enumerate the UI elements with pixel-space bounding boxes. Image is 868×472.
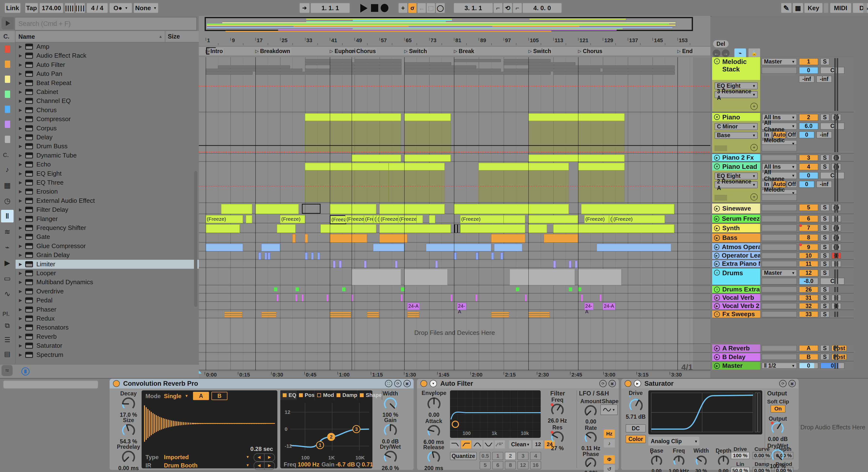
clip[interactable] bbox=[339, 261, 342, 268]
meter-peak[interactable]: -inf bbox=[816, 131, 832, 138]
sounds-icon[interactable]: ♪ bbox=[1, 163, 13, 176]
key-map-button[interactable]: Key bbox=[804, 3, 823, 13]
track-number[interactable]: 1 bbox=[799, 58, 818, 65]
clip[interactable] bbox=[454, 252, 457, 260]
track-name-block[interactable]: ≡Fx Sweeps bbox=[712, 311, 760, 318]
conv-predelay-knob[interactable] bbox=[121, 450, 136, 465]
record-button[interactable] bbox=[381, 4, 389, 12]
track-number[interactable]: 33 bbox=[799, 311, 818, 317]
expand-twisty-icon[interactable]: ▶ bbox=[19, 343, 25, 348]
play-icon[interactable]: ▶ bbox=[714, 261, 720, 267]
browser-item[interactable]: ▶Multiband Dynamics bbox=[16, 278, 199, 286]
hot-swap-icon[interactable]: ⛶ bbox=[385, 380, 392, 387]
track-name-block[interactable]: ≡Drums Extra bbox=[712, 286, 760, 293]
track-row-synth[interactable]: ▶Synth7S bbox=[712, 224, 854, 233]
arrangement-overview[interactable] bbox=[205, 17, 693, 31]
clip[interactable] bbox=[268, 252, 270, 260]
track-number[interactable]: 11 bbox=[799, 261, 818, 267]
expand-twisty-icon[interactable]: ▶ bbox=[19, 252, 25, 258]
expand-twisty-icon[interactable]: ▶ bbox=[19, 53, 25, 58]
track-row-drums[interactable]: ≡DrumsMaster12S-8.0C bbox=[712, 268, 854, 285]
browser-item[interactable]: ▶Limiter bbox=[16, 260, 199, 269]
track-name-block[interactable]: ▶Sinewave bbox=[712, 204, 760, 213]
group-overview-clip[interactable] bbox=[404, 72, 551, 75]
color-button[interactable]: Color bbox=[625, 435, 646, 443]
browser-item[interactable]: ▶Corpus bbox=[16, 124, 199, 133]
clip[interactable] bbox=[379, 204, 445, 214]
grid-curve-value[interactable]: 0.00 % bbox=[752, 452, 772, 459]
solo-button[interactable]: S bbox=[820, 311, 830, 317]
track-row-piano2fx[interactable]: ▶Piano 2 Fx3S bbox=[712, 154, 854, 162]
morph-icon[interactable] bbox=[495, 440, 505, 448]
expand-twisty-icon[interactable]: ▶ bbox=[19, 116, 25, 122]
midi-map-button[interactable]: MIDI bbox=[830, 3, 851, 13]
clip-slot[interactable] bbox=[762, 286, 797, 293]
save-icon[interactable]: ▣ bbox=[609, 380, 616, 387]
add-device-button[interactable]: + bbox=[750, 103, 758, 110]
track-row-drumsextra[interactable]: ≡Drums Extra26S bbox=[712, 286, 854, 294]
expand-twisty-icon[interactable]: ▶ bbox=[19, 207, 25, 212]
frozen-clip[interactable]: (Freeze) bbox=[345, 215, 364, 223]
track-number[interactable]: 32 bbox=[799, 303, 818, 309]
input-channel[interactable]: All Channe bbox=[762, 123, 797, 130]
expand-twisty-icon[interactable]: ▶ bbox=[19, 234, 25, 239]
ir-prev-next[interactable]: ◀▶ bbox=[254, 462, 275, 470]
track-number[interactable]: 10 bbox=[799, 252, 818, 259]
track-lane-areverb[interactable] bbox=[199, 344, 710, 353]
saturator-fold-button[interactable]: ▶ bbox=[634, 380, 641, 387]
track-name-block[interactable]: ▶Synth bbox=[712, 224, 760, 232]
play-icon[interactable]: ▶ bbox=[714, 225, 720, 231]
expand-twisty-icon[interactable]: ▶ bbox=[19, 135, 25, 140]
clip-slot[interactable] bbox=[762, 224, 797, 231]
solo-button[interactable]: S bbox=[820, 215, 830, 222]
arrangement-position-field[interactable]: 1. 1. 1 bbox=[311, 3, 350, 13]
bandpass-icon[interactable] bbox=[472, 440, 483, 448]
clip-overview-button[interactable]: ⬚ bbox=[427, 3, 435, 13]
locator[interactable]: ▷Intro bbox=[206, 47, 224, 55]
browser-collapse-icon[interactable] bbox=[1, 17, 14, 30]
clip-slot[interactable] bbox=[762, 204, 797, 211]
track-row-extrapiano[interactable]: ▶Extra Piano N11S bbox=[712, 260, 854, 268]
locator-strip[interactable]: ▸◂▷Intro▷Breakdown▷Euphori▷Chorus▷Switch… bbox=[199, 46, 710, 56]
clip[interactable] bbox=[221, 204, 252, 214]
punch-button[interactable]: ◯ bbox=[436, 3, 445, 13]
solo-button[interactable]: S bbox=[820, 286, 830, 293]
quantize-value-button[interactable]: 12 bbox=[518, 461, 529, 469]
browser-item[interactable]: ▶Looper bbox=[16, 269, 199, 278]
track-number[interactable]: 31 bbox=[799, 295, 818, 301]
clip-midi-body[interactable] bbox=[528, 121, 625, 153]
frozen-clip[interactable] bbox=[416, 215, 423, 223]
locator[interactable]: ▷Chorus bbox=[578, 47, 603, 55]
group-icon[interactable]: ≡ bbox=[714, 270, 720, 275]
clip[interactable] bbox=[206, 244, 243, 251]
solo-button[interactable]: S bbox=[820, 155, 830, 161]
clip[interactable] bbox=[265, 252, 267, 260]
tab-mod[interactable]: Mod bbox=[315, 390, 334, 400]
group-overview-clip[interactable] bbox=[454, 59, 501, 62]
group-overview-clip[interactable] bbox=[206, 72, 253, 75]
clip[interactable] bbox=[379, 224, 451, 233]
pan-field[interactable]: C bbox=[820, 67, 844, 74]
drum-clip[interactable] bbox=[351, 269, 401, 285]
solo-button[interactable]: S bbox=[820, 345, 830, 351]
quantize-value-button[interactable]: 6 bbox=[492, 461, 503, 469]
browser-item[interactable]: ▶Erosion bbox=[16, 187, 199, 196]
grid-lin-value[interactable]: 50.0 % bbox=[731, 467, 750, 472]
group-icon[interactable]: ≡ bbox=[714, 286, 720, 293]
browser-item[interactable]: ▶Spectrum bbox=[16, 350, 199, 359]
overdub-button[interactable]: + bbox=[399, 3, 407, 13]
group-icon[interactable]: ≡ bbox=[714, 58, 720, 64]
info-icon[interactable] bbox=[21, 367, 30, 376]
solo-button[interactable]: S bbox=[820, 244, 830, 250]
group-overview-clip[interactable] bbox=[553, 72, 675, 75]
clip-slot[interactable] bbox=[762, 244, 797, 250]
locator[interactable]: ▷Breakdown bbox=[255, 47, 291, 55]
amount-knob[interactable] bbox=[584, 404, 597, 418]
group-overview-clip[interactable] bbox=[404, 62, 451, 65]
frozen-clip[interactable]: (Freeze) bbox=[398, 215, 417, 223]
locator[interactable]: ▷Switch bbox=[404, 47, 428, 55]
time-signature-field[interactable]: 4 / 4 bbox=[87, 3, 107, 13]
clip[interactable] bbox=[478, 163, 568, 171]
collection-swatch[interactable] bbox=[5, 91, 10, 98]
browser-item[interactable]: ▶Drum Buss bbox=[16, 142, 199, 151]
